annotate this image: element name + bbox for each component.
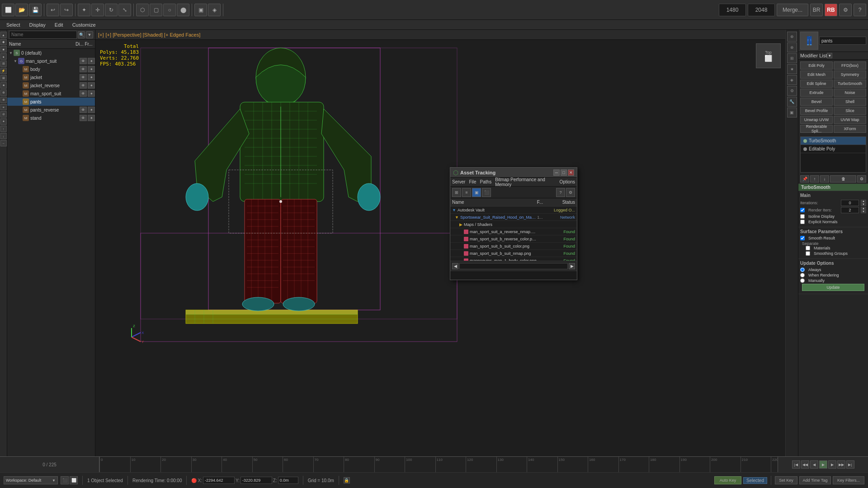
stack-move-down-btn[interactable]: ↓	[820, 175, 829, 183]
scale-icon[interactable]: ⤡	[118, 4, 131, 16]
render-icon[interactable]: ▣	[194, 4, 207, 16]
open-icon[interactable]: 📂	[15, 4, 28, 16]
select-icon[interactable]: ✦	[78, 4, 90, 16]
at-row-vault[interactable]: ▼ Autodesk Vault Logged O...	[450, 206, 577, 214]
polygon-icon[interactable]: ⬡	[136, 4, 149, 16]
at-row-maps[interactable]: ▶ Maps / Shaders	[450, 221, 577, 228]
y-coord-input[interactable]	[241, 477, 272, 484]
right-icon-2[interactable]: ⊗	[787, 42, 797, 52]
render-iters-checkbox[interactable]	[800, 208, 805, 212]
materials-checkbox[interactable]	[806, 246, 810, 250]
stack-delete-btn[interactable]: 🗑	[830, 175, 856, 183]
render-iters-spinner[interactable]: ▲ ▼	[861, 207, 866, 213]
at-tool-2[interactable]: ≡	[462, 188, 471, 197]
at-row-file-2[interactable]: man_sport_suit_b_suit_color.png Found	[450, 243, 577, 250]
explicit-normals-checkbox[interactable]	[800, 220, 805, 224]
smooth-result-checkbox[interactable]	[800, 236, 805, 240]
undo-icon[interactable]: ↩	[47, 4, 59, 16]
at-menu-bitmap[interactable]: Bitmap Performance and Memory	[495, 177, 556, 187]
left-tool-2[interactable]: ◆	[0, 39, 7, 45]
mod-btn-renderable-spline[interactable]: Renderable Spli...	[800, 125, 833, 133]
scene-search-btn[interactable]: 🔍	[78, 31, 85, 38]
mod-btn-symmetry[interactable]: Symmetry	[834, 70, 866, 79]
mod-btn-ffd[interactable]: FFD(box)	[834, 61, 866, 70]
mod-btn-slice[interactable]: Slice	[834, 107, 866, 115]
at-scroll-right[interactable]: ▶	[569, 263, 575, 269]
at-row-sportswear[interactable]: ▼ Sportswear_Suit_Raised_Hood_on_Mannequ…	[450, 214, 577, 221]
stack-item-turbosmooth[interactable]: TurboSmooth	[801, 137, 866, 145]
tree-item-6[interactable]: ▶ M pants	[7, 98, 95, 106]
workspace-selector[interactable]: Workspace: Default ▼	[4, 476, 58, 484]
new-scene-icon[interactable]: ⬜	[2, 4, 14, 16]
at-maximize-btn[interactable]: □	[561, 169, 567, 176]
menu-display[interactable]: Display	[25, 21, 50, 28]
left-tool-6[interactable]: ⚡	[0, 68, 7, 74]
mod-btn-uvwmap[interactable]: UVW Map	[834, 116, 866, 124]
tl-next-key[interactable]: ▶▶	[837, 460, 845, 469]
left-tool-8[interactable]: ★	[0, 82, 7, 89]
tl-first-frame[interactable]: |◀	[792, 460, 800, 469]
left-tool-3[interactable]: ■	[0, 46, 7, 52]
render-iters-input[interactable]	[841, 207, 859, 213]
mod-btn-turbosmooth[interactable]: TurboSmooth	[834, 80, 866, 88]
vis-1[interactable]: 👁	[80, 58, 87, 64]
modifier-list-dropdown[interactable]: ▼	[827, 53, 832, 58]
left-tool-11[interactable]: ≡	[0, 104, 7, 110]
material-icon[interactable]: ◈	[208, 4, 221, 16]
tree-item-0[interactable]: ▼ S 0 (default)	[7, 49, 95, 57]
at-menu-paths[interactable]: Paths	[480, 179, 492, 184]
vis-8[interactable]: 👁	[80, 115, 87, 121]
tree-item-4[interactable]: ▶ M jacket_reverse 👁 ✦	[7, 81, 95, 89]
at-tool-4[interactable]: ⬛	[482, 188, 491, 197]
at-row-file-1[interactable]: man_sport_suit_b_reverse_color.png Found	[450, 235, 577, 243]
left-tool-9[interactable]: ⊕	[0, 89, 7, 96]
right-icon-1[interactable]: ⊕	[787, 32, 797, 42]
redo-icon[interactable]: ↪	[60, 4, 73, 16]
mod-btn-edit-poly[interactable]: Edit Poly	[800, 61, 833, 70]
asset-table-body[interactable]: ▼ Autodesk Vault Logged O... ▼ Sportswea…	[450, 206, 577, 261]
key-filters-btn[interactable]: Key Filters...	[833, 476, 864, 484]
left-tool-12[interactable]: ⊘	[0, 111, 7, 117]
at-tool-3[interactable]: ▣	[472, 188, 481, 197]
right-icon-7[interactable]: 🔧	[787, 97, 797, 107]
viewport[interactable]: [+] [+] [Perspective] [Shaded] [+ Edged …	[95, 30, 785, 456]
mod-btn-bevel[interactable]: Bevel	[800, 98, 833, 106]
at-scrollbar[interactable]	[459, 263, 568, 269]
auto-key-btn[interactable]: Auto Key	[714, 476, 741, 484]
at-row-file-4[interactable]: mannequins_man_1_body_color.png Found	[450, 257, 577, 261]
iterations-spinner[interactable]: ▲ ▼	[861, 200, 866, 206]
set-key-btn[interactable]: Set Key	[775, 476, 797, 484]
tl-next-frame[interactable]: ▶	[828, 460, 836, 469]
at-minimize-btn[interactable]: ─	[553, 169, 560, 176]
tree-item-1[interactable]: ▼ G man_sport_suit 👁 ✦	[7, 57, 95, 65]
timeline-main[interactable]: 0 10 20 30 40 50 60 70 80 90 100 110 120…	[99, 457, 778, 472]
tl-prev-frame[interactable]: ◀	[810, 460, 818, 469]
menu-edit[interactable]: Edit	[50, 21, 68, 28]
at-close-btn[interactable]: ✕	[568, 169, 574, 176]
tree-item-8[interactable]: ▶ M stand 👁 ✦	[7, 114, 95, 122]
eye-4[interactable]: ✦	[88, 82, 95, 89]
mod-btn-shell[interactable]: Shell	[834, 98, 866, 106]
smoothing-groups-checkbox[interactable]	[806, 251, 810, 256]
cylinder-icon[interactable]: ⬤	[177, 4, 189, 16]
scene-filter-btn[interactable]: ▼	[86, 31, 93, 38]
always-radio[interactable]	[800, 267, 805, 272]
add-time-tag-btn[interactable]: Add Time Tag	[799, 476, 831, 484]
at-menu-options[interactable]: Options	[560, 179, 575, 184]
rotate-icon[interactable]: ↻	[105, 4, 118, 16]
vis-2[interactable]: 👁	[80, 66, 87, 72]
left-tool-16[interactable]: →	[0, 140, 7, 146]
at-tool-1[interactable]: ⊞	[452, 188, 461, 197]
tl-play[interactable]: ▶	[819, 460, 827, 469]
merge-btn[interactable]: Merge...	[777, 4, 808, 16]
help-icon[interactable]: ?	[854, 4, 866, 16]
move-icon[interactable]: ✛	[91, 4, 104, 16]
nav-cube[interactable]: Top ⬜	[756, 43, 781, 68]
right-icon-5[interactable]: ◈	[787, 75, 797, 85]
when-rendering-radio[interactable]	[800, 273, 805, 277]
left-tool-10[interactable]: ⊗	[0, 97, 7, 103]
left-tool-14[interactable]: ↑	[0, 126, 7, 132]
isoline-checkbox[interactable]	[800, 214, 805, 219]
at-help-btn[interactable]: ?	[556, 188, 565, 197]
left-tool-13[interactable]: ✦	[0, 118, 7, 125]
